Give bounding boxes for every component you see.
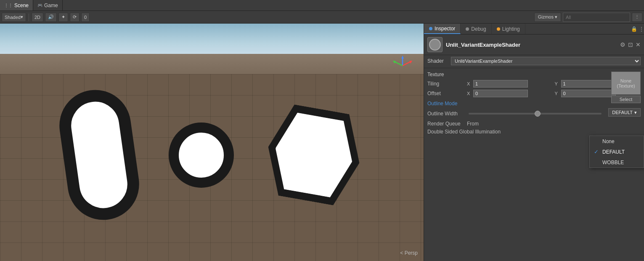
scene-icon: ⋮⋮: [4, 3, 13, 8]
tiling-x-input[interactable]: [473, 80, 528, 88]
lighting-tab-label: Lighting: [502, 26, 520, 32]
more-btn[interactable]: ⋮: [632, 13, 642, 22]
offset-x-group: X: [467, 90, 553, 97]
outline-mode-label: Outline Mode: [427, 101, 641, 107]
game-tab-label: Game: [44, 3, 58, 8]
main-content: < Persp Inspector Debug Lighting 🔒 ⋮: [0, 24, 644, 261]
tiling-y-axis: Y: [555, 81, 560, 86]
default-check-icon: ✓: [594, 149, 600, 155]
inspector-tab[interactable]: Inspector: [424, 24, 461, 34]
inspector-header: Unlit_VariantExampleShader ⚙ ⊡ ✕: [424, 35, 644, 55]
scene-viewport: < Persp: [0, 24, 424, 261]
offset-y-input[interactable]: [561, 90, 616, 97]
circle-shape: [169, 123, 234, 188]
gizmo-widget[interactable]: [390, 53, 415, 78]
svg-line-2: [403, 61, 411, 66]
debug-tab-label: Debug: [471, 26, 486, 32]
tiling-y-input[interactable]: [561, 80, 616, 88]
header-action-icons: ⚙ ⊡ ✕: [620, 41, 641, 48]
inspector-tab-bar: Inspector Debug Lighting 🔒 ⋮: [424, 24, 644, 35]
svg-line-4: [394, 61, 403, 66]
search-input[interactable]: [563, 13, 630, 22]
texture-section-header: Texture: [427, 72, 641, 77]
lighting-tab-dot: [497, 27, 500, 31]
select-texture-btn[interactable]: Select: [611, 96, 641, 103]
scene-tab[interactable]: ⋮⋮ Scene: [0, 0, 33, 11]
hexagon-inner: [269, 110, 359, 200]
outline-mode-dropdown-btn[interactable]: DEFAULT ▾: [608, 108, 641, 117]
double-sided-row: Double Sided Global Illumination: [427, 129, 641, 135]
scene-toolbar: Shaded ▾ 2D 🔊 ✦ ⟳ 0 Gizmos ▾ ⋮: [0, 11, 644, 24]
gizmo-svg: [390, 53, 415, 78]
wobble-check-icon: [594, 159, 600, 165]
texture-preview[interactable]: None (Texture): [611, 72, 641, 95]
tiling-label: Tiling: [427, 81, 465, 87]
texture-none-sub-label: (Texture): [617, 83, 635, 88]
render-queue-row: Render Queue From: [427, 121, 641, 127]
audio-btn[interactable]: 🔊: [45, 13, 57, 22]
inspector-tab-label: Inspector: [435, 26, 455, 32]
objects-area: [0, 24, 424, 261]
lock-icon[interactable]: 🔒: [631, 26, 637, 32]
inspector-tab-dot: [429, 27, 432, 30]
dropdown-item-none[interactable]: None: [590, 136, 644, 146]
none-check-icon: [594, 138, 600, 144]
double-sided-label: Double Sided Global Illumination: [427, 129, 511, 135]
shader-preview-icon: [427, 37, 443, 52]
pill-shape: [55, 85, 143, 225]
expand-icon[interactable]: ⊡: [628, 41, 633, 48]
more-panel-icon[interactable]: ⋮: [639, 26, 644, 32]
dropdown-default-label: DEFAULT: [602, 149, 625, 155]
shaded-dropdown-btn[interactable]: Shaded ▾: [2, 13, 26, 22]
svg-marker-1: [401, 56, 404, 59]
shader-property-row: Shader Unlit/VariantExampleShader: [424, 55, 644, 68]
slider-thumb[interactable]: [535, 111, 541, 117]
offset-y-axis: Y: [555, 91, 560, 96]
offset-x-input[interactable]: [473, 90, 528, 97]
shader-label: Shader: [427, 58, 448, 64]
debug-tab[interactable]: Debug: [461, 24, 491, 34]
2d-toggle-btn[interactable]: 2D: [32, 13, 43, 22]
dropdown-none-label: None: [602, 138, 615, 144]
outline-mode-value: DEFAULT: [612, 110, 633, 115]
tiling-x-group: X: [467, 80, 553, 88]
outline-width-label: Outline Width: [427, 111, 465, 117]
inspector-body: Texture None (Texture) Select Tiling X Y: [424, 68, 644, 261]
shader-select[interactable]: Unlit/VariantExampleShader: [451, 57, 641, 65]
persp-label: < Persp: [400, 250, 418, 256]
close-icon[interactable]: ✕: [636, 41, 641, 48]
lighting-tab[interactable]: Lighting: [492, 24, 525, 34]
shader-title: Unlit_VariantExampleShader: [446, 42, 617, 48]
dropdown-arrow-icon: ▾: [634, 110, 637, 115]
texture-none-label: None: [620, 78, 631, 83]
slider-track: [469, 113, 602, 115]
scene-tab-label: Scene: [14, 3, 29, 8]
from-shader-label: From: [467, 121, 479, 127]
fx-icon: ✦: [61, 14, 65, 20]
tiling-x-axis: X: [467, 81, 472, 86]
dropdown-item-default[interactable]: ✓ DEFAULT: [590, 146, 644, 157]
dropdown-item-wobble[interactable]: WOBBLE: [590, 157, 644, 168]
dropdown-wobble-label: WOBBLE: [602, 160, 624, 165]
debug-tab-dot: [466, 27, 469, 31]
fx-btn[interactable]: ✦: [58, 13, 68, 22]
inspector-panel: Inspector Debug Lighting 🔒 ⋮ Unlit_Varia…: [424, 24, 644, 261]
offset-label: Offset: [427, 91, 465, 96]
offset-row: Offset X Y: [427, 90, 641, 97]
toolbar-separator-1: [29, 13, 29, 21]
game-tab[interactable]: 🎮 Game: [33, 0, 63, 11]
rotate-btn[interactable]: ⟳: [70, 13, 80, 22]
outline-width-row: Outline Width DEFAULT ▾: [427, 108, 641, 119]
default-select-row: DEFAULT ▾: [608, 108, 641, 117]
gizmos-btn[interactable]: Gizmos ▾: [534, 13, 561, 22]
hexagon-shape: [260, 101, 368, 209]
outline-width-slider-container[interactable]: [467, 113, 603, 115]
inspector-panel-icons: 🔒 ⋮: [631, 26, 644, 32]
audio-icon: 🔊: [48, 14, 54, 20]
tiling-row: Tiling X Y: [427, 80, 641, 88]
layers-btn[interactable]: 0: [81, 13, 90, 22]
render-queue-label: Render Queue: [427, 121, 465, 127]
settings-icon[interactable]: ⚙: [620, 41, 625, 48]
offset-x-axis: X: [467, 91, 472, 96]
outline-mode-dropdown: None ✓ DEFAULT WOBBLE: [589, 136, 644, 168]
